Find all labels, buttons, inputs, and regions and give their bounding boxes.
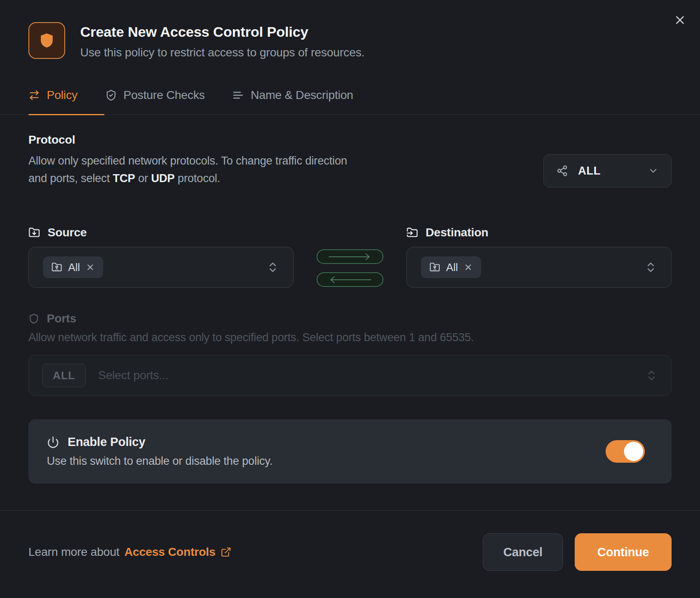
arrows-left-right-icon (28, 89, 40, 101)
source-destination-section: Source All (28, 226, 672, 289)
protocol-dropdown[interactable]: ALL (543, 154, 672, 188)
share-network-icon (556, 165, 568, 177)
close-button[interactable] (671, 11, 689, 29)
chevrons-up-down-icon (645, 369, 658, 382)
tab-posture-checks[interactable]: Posture Checks (105, 89, 205, 114)
footer-buttons: Cancel Continue (483, 533, 672, 571)
external-link-icon (221, 547, 231, 557)
enable-policy-header: Enable Policy (47, 435, 653, 449)
enable-policy-description: Use this switch to enable or disable the… (47, 455, 653, 468)
ports-select: ALL Select ports... (28, 355, 672, 396)
folder-group-icon (429, 262, 440, 273)
continue-button[interactable]: Continue (575, 533, 672, 571)
toggle-knob (624, 442, 643, 461)
modal-title: Create New Access Control Policy (80, 22, 365, 40)
modal-footer: Learn more about Access Controls Cancel … (0, 511, 700, 571)
enable-policy-toggle[interactable] (606, 440, 645, 463)
modal-header: Create New Access Control Policy Use thi… (28, 0, 672, 59)
chevrons-up-down-icon (266, 261, 279, 274)
learn-more-prefix: Learn more about (28, 545, 119, 559)
header-text: Create New Access Control Policy Use thi… (80, 22, 365, 59)
close-icon (673, 13, 687, 27)
destination-chip-all[interactable]: All (421, 256, 481, 278)
shield-outline-icon (28, 313, 39, 324)
destination-header: Destination (406, 226, 672, 239)
text-lines-icon (232, 89, 244, 101)
source-heading: Source (48, 226, 87, 239)
learn-more: Learn more about Access Controls (28, 545, 231, 559)
chevrons-up-down-icon (644, 261, 657, 274)
ports-section: Ports Allow network traffic and access o… (28, 312, 672, 396)
protocol-description: Allow only specified network protocols. … (28, 152, 363, 188)
remove-chip-icon[interactable] (464, 263, 473, 272)
modal-subtitle: Use this policy to restrict access to gr… (80, 46, 365, 59)
tab-policy[interactable]: Policy (28, 89, 78, 114)
destination-column: Destination All (406, 226, 672, 289)
source-header: Source (28, 226, 294, 239)
traffic-direction (294, 248, 406, 289)
ports-placeholder: Select ports... (98, 369, 168, 382)
destination-select[interactable]: All (406, 247, 672, 288)
ports-all-badge: ALL (42, 364, 86, 387)
protocol-heading: Protocol (28, 133, 363, 147)
tab-policy-label: Policy (47, 89, 78, 102)
enable-policy-card: Enable Policy Use this switch to enable … (28, 419, 672, 484)
udp-label: UDP (151, 172, 175, 185)
remove-chip-icon[interactable] (86, 263, 95, 272)
ports-description: Allow network traffic and access only to… (28, 331, 672, 344)
enable-policy-heading: Enable Policy (68, 435, 145, 449)
protocol-section: Protocol Allow only specified network pr… (28, 133, 672, 188)
access-controls-link[interactable]: Access Controls (124, 545, 231, 559)
source-chip-all[interactable]: All (43, 256, 103, 278)
policy-shield-badge (28, 22, 65, 59)
arrow-left-icon (325, 276, 375, 284)
tab-bar: Policy Posture Checks Name & Description (0, 89, 700, 115)
tab-posture-label: Posture Checks (124, 89, 205, 102)
tcp-label: TCP (113, 172, 135, 185)
arrow-right-icon (325, 253, 375, 261)
ports-header: Ports (28, 312, 672, 325)
tab-name-description[interactable]: Name & Description (232, 89, 353, 114)
direction-right-button[interactable] (317, 249, 383, 264)
direction-left-button[interactable] (317, 272, 383, 287)
tab-name-desc-label: Name & Description (251, 89, 353, 102)
protocol-value: ALL (578, 165, 601, 177)
source-chip-label: All (68, 261, 80, 274)
source-select[interactable]: All (28, 247, 294, 288)
shield-check-icon (105, 89, 117, 101)
folder-down-icon (28, 227, 40, 238)
power-icon (47, 436, 59, 448)
protocol-text: Protocol Allow only specified network pr… (28, 133, 363, 188)
destination-heading: Destination (426, 226, 488, 239)
destination-chip-label: All (446, 261, 458, 274)
folder-input-icon (406, 227, 418, 238)
chevron-down-icon (648, 165, 659, 176)
ports-heading: Ports (47, 312, 76, 325)
cancel-button[interactable]: Cancel (483, 533, 563, 571)
shield-icon (38, 31, 55, 50)
source-column: Source All (28, 226, 294, 289)
folder-group-icon (51, 262, 62, 273)
